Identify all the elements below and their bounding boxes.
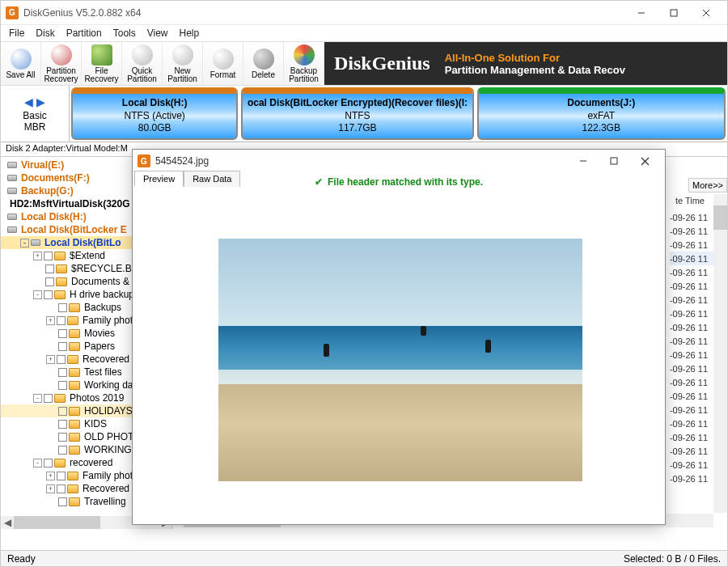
statusbar: Ready Selected: 0 B / 0 Files.: [1, 550, 727, 566]
checkbox[interactable]: [57, 472, 66, 480]
tree-label: WORKING: [84, 444, 132, 455]
checkbox[interactable]: [58, 420, 67, 429]
checkbox[interactable]: [45, 277, 54, 286]
menu-file[interactable]: File: [4, 26, 29, 40]
partition-i[interactable]: ocal Disk(BitLocker Encrypted)(Recover f…: [241, 87, 473, 140]
checkbox[interactable]: [45, 264, 54, 273]
tree-label: Family phot: [83, 470, 133, 481]
tool-save-all[interactable]: Save All: [1, 42, 41, 85]
tree-label: $RECYCLE.BIN: [71, 263, 142, 274]
preview-minimize-button[interactable]: [568, 150, 599, 171]
expand-icon[interactable]: -: [20, 239, 29, 248]
expand-icon[interactable]: +: [46, 355, 55, 364]
file-recovery-icon: [91, 44, 112, 66]
menu-view[interactable]: View: [142, 26, 173, 40]
checkbox[interactable]: [58, 329, 67, 338]
checkbox[interactable]: [57, 355, 66, 364]
folder-icon: [69, 303, 80, 312]
tree-label: Papers: [84, 341, 115, 352]
folder-icon: [69, 407, 80, 416]
format-icon: [213, 49, 234, 70]
checkbox[interactable]: [58, 342, 67, 351]
partition-h[interactable]: Local Disk(H:) NTFS (Active) 80.0GB: [71, 87, 238, 140]
tab-preview[interactable]: Preview: [134, 171, 184, 187]
vertical-scrollbar[interactable]: [713, 194, 727, 513]
tree-label: Documents(F:): [21, 172, 90, 184]
checkbox[interactable]: [58, 497, 67, 506]
preview-image: [218, 239, 582, 481]
close-button[interactable]: [690, 2, 722, 24]
checkbox[interactable]: [58, 303, 67, 312]
folder-icon: [56, 264, 67, 273]
tree-label: Photos 2019: [70, 392, 124, 404]
tree-label: Local Disk(BitLo: [44, 237, 121, 248]
folder-icon: [69, 381, 80, 390]
checkbox[interactable]: [44, 290, 53, 299]
drive-icon: [7, 214, 17, 220]
tab-raw-data[interactable]: Raw Data: [184, 171, 240, 187]
checkbox[interactable]: [58, 433, 67, 442]
folder-icon: [67, 316, 78, 325]
preview-app-icon: G: [138, 154, 150, 167]
minimize-button[interactable]: [625, 2, 658, 24]
menu-disk[interactable]: Disk: [31, 26, 59, 40]
preview-close-button[interactable]: [629, 150, 660, 171]
tree-label: Recovered: [83, 353, 129, 365]
brand-tagline-1: All-In-One Solution For: [445, 52, 560, 64]
checkbox[interactable]: [57, 316, 66, 325]
checkbox[interactable]: [58, 407, 67, 416]
preview-window: G 5454524.jpg Preview Raw Data ✔ File he…: [132, 149, 666, 525]
tree-label: Local Disk(BitLocker E: [21, 224, 127, 235]
checkbox[interactable]: [58, 446, 67, 455]
checkbox[interactable]: [57, 484, 66, 493]
nav-arrows[interactable]: ◀ ▶: [24, 95, 45, 108]
checkbox[interactable]: [44, 459, 53, 468]
delete-icon: [253, 49, 274, 70]
expand-icon[interactable]: +: [46, 484, 55, 493]
tool-quick-partition[interactable]: Quick Partition: [122, 42, 163, 85]
menubar: File Disk Partition Tools View Help: [1, 25, 727, 41]
tool-file-recovery[interactable]: File Recovery: [82, 42, 122, 85]
disk-nav: ◀ ▶ BasicMBR: [1, 86, 70, 142]
preview-titlebar[interactable]: G 5454524.jpg: [133, 150, 665, 172]
folder-icon: [69, 420, 80, 429]
tree-label: $Extend: [70, 250, 105, 261]
drive-icon: [7, 226, 17, 233]
folder-icon: [54, 459, 66, 468]
maximize-button[interactable]: [658, 2, 690, 24]
brand-logo: DiskGenius: [334, 53, 430, 74]
expand-icon[interactable]: +: [33, 252, 42, 260]
tool-partition-recovery[interactable]: Partition Recovery: [41, 42, 82, 85]
more-button[interactable]: More>>: [688, 178, 727, 193]
drive-icon: [7, 162, 17, 168]
tool-new-partition[interactable]: New Partition: [163, 42, 203, 85]
tool-backup-partition[interactable]: Backup Partition: [284, 42, 324, 85]
menu-tools[interactable]: Tools: [108, 26, 141, 40]
tool-delete[interactable]: Delete: [243, 42, 284, 85]
folder-icon: [54, 290, 66, 299]
brand-tagline-2: Partition Management & Data Recov: [445, 64, 625, 76]
tree-label: Travelling: [84, 496, 126, 507]
expand-icon[interactable]: +: [46, 316, 55, 325]
check-icon: ✔: [315, 176, 323, 188]
checkbox[interactable]: [58, 368, 67, 377]
checkbox[interactable]: [44, 394, 53, 403]
status-left: Ready: [7, 553, 36, 565]
tool-format[interactable]: Format: [203, 42, 243, 85]
partition-j[interactable]: Documents(J:) exFAT 122.3GB: [477, 87, 726, 140]
expand-icon[interactable]: -: [33, 394, 42, 403]
drive-icon: [7, 188, 17, 194]
preview-title: 5454524.jpg: [155, 155, 209, 167]
expand-icon[interactable]: -: [33, 459, 42, 468]
magnify-icon: [51, 44, 72, 66]
tree-label: recovered: [70, 457, 112, 468]
preview-tabs: Preview Raw Data: [134, 171, 240, 187]
menu-partition[interactable]: Partition: [61, 26, 107, 40]
checkbox[interactable]: [58, 381, 67, 390]
expand-icon[interactable]: -: [33, 290, 42, 299]
menu-help[interactable]: Help: [175, 26, 205, 40]
preview-maximize-button[interactable]: [599, 150, 629, 171]
expand-icon[interactable]: +: [46, 472, 55, 480]
quick-partition-icon: [132, 44, 153, 66]
checkbox[interactable]: [44, 252, 53, 260]
